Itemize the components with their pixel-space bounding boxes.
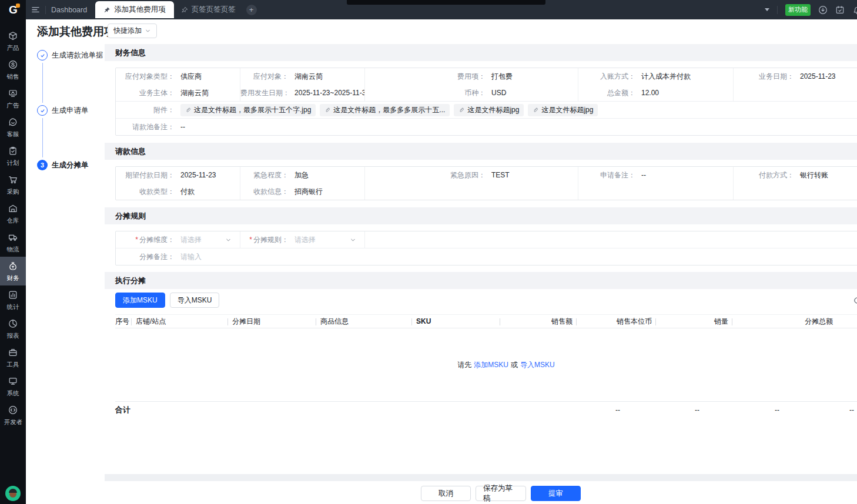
step-connector [42, 118, 43, 157]
add-msku-link[interactable]: 添加MSKU [474, 360, 508, 370]
sidebar-item-ads[interactable]: 广告 [0, 84, 26, 113]
pushpin-outline-icon[interactable] [181, 6, 188, 14]
spacer [105, 200, 857, 207]
allocation-rule-select[interactable]: *分摊规则： 请选择 [240, 231, 365, 248]
moneybag-icon [8, 261, 18, 273]
field-receive-info: 收款信息：招商银行 [240, 183, 365, 200]
field-expected-pay-date: 期望付款日期：2025-11-23 [116, 167, 240, 183]
col-sales-amount: 销售额 [500, 315, 576, 328]
sidebar-item-sales[interactable]: 销售 [0, 55, 26, 84]
total-allocation: -- [779, 406, 854, 414]
tab-page-tag[interactable]: 页签页签页签 [174, 0, 243, 19]
sidebar-item-warehouse[interactable]: 仓库 [0, 199, 26, 228]
select-placeholder: 请选择 [294, 235, 316, 245]
content-column: 财务信息 应付对象类型：供应商 应付对象：湖南云简 费用项：打包费 入账方式：计… [105, 44, 857, 504]
sidebar-item-logistics[interactable]: 物流 [0, 228, 26, 257]
topbar-divider [777, 6, 778, 14]
field-pay-method: 付款方式：银行转账 [734, 167, 857, 183]
section-header-finance: 财务信息 [105, 44, 857, 61]
table-empty-state: 请先 添加MSKU 或 导入MSKU [115, 328, 857, 401]
download-circle-icon[interactable] [818, 5, 828, 15]
empty-cell [734, 183, 857, 200]
chevron-down-icon [145, 28, 151, 34]
sidebar-item-system[interactable]: 系统 [0, 372, 26, 401]
import-msku-link[interactable]: 导入MSKU [520, 360, 555, 370]
calendar-check-icon[interactable] [835, 5, 845, 15]
add-msku-button[interactable]: 添加MSKU [115, 293, 165, 308]
select-placeholder: 请选择 [180, 235, 202, 245]
total-sales-qty: -- [699, 406, 779, 414]
pushpin-filled-icon[interactable] [103, 6, 111, 14]
briefcase-icon [8, 348, 18, 359]
sidebar-item-tools[interactable]: 工具 [0, 343, 26, 372]
pie-icon [8, 319, 18, 331]
col-allocation-date: 分摊日期 [227, 315, 316, 328]
empty-cell [365, 231, 857, 248]
total-sales-amount: -- [504, 406, 620, 414]
col-shop-site: 店铺/站点 [131, 315, 227, 328]
empty-cell [578, 183, 734, 200]
total-label: 合计 [115, 405, 504, 415]
attachment-chip[interactable]: 这是文件标题jpg [528, 104, 598, 116]
content-bottom-strip [105, 474, 857, 481]
add-tab-button[interactable]: + [246, 5, 257, 15]
sidebar-item-stats[interactable]: 统计 [0, 285, 26, 314]
caret-down-icon[interactable] [765, 8, 769, 11]
truck-icon [8, 233, 18, 244]
spacer [105, 136, 857, 143]
sidebar-item-plan[interactable]: 计划 [0, 142, 26, 170]
field-entry-method: 入账方式：计入成本并付款 [578, 68, 734, 85]
step-create-application: 生成申请单 [37, 105, 89, 116]
allocation-remark-input[interactable]: 请输入 [180, 252, 202, 262]
allocation-dimension-select[interactable]: *分摊维度： 请选择 [116, 231, 240, 248]
bell-icon[interactable] [852, 5, 857, 15]
sidebar-item-reports[interactable]: 报表 [0, 314, 26, 343]
sidebar-item-products[interactable]: 产品 [0, 26, 26, 55]
cancel-button[interactable]: 取消 [421, 486, 471, 501]
sales-icon [8, 60, 18, 72]
finance-field-grid: 应付对象类型：供应商 应付对象：湖南云简 费用项：打包费 入账方式：计入成本并付… [116, 68, 857, 101]
chevron-down-icon [225, 237, 232, 243]
attachment-chip[interactable]: 这是文件标题jpg [454, 104, 524, 116]
step-connector [42, 63, 43, 103]
refresh-icon[interactable] [853, 296, 857, 305]
sidebar-item-service[interactable]: 客服 [0, 113, 26, 142]
page-title: 添加其他费用项 [37, 24, 115, 39]
new-feature-badge[interactable]: 新功能 [785, 4, 811, 16]
collapse-icon[interactable] [31, 5, 40, 14]
col-product-info: 商品信息 [316, 315, 411, 328]
sidebar-item-purchase[interactable]: 采购 [0, 170, 26, 199]
finance-box: 应付对象类型：供应商 应付对象：湖南云简 费用项：打包费 入账方式：计入成本并付… [115, 68, 857, 136]
paperclip-icon [458, 107, 465, 113]
stats-icon [8, 290, 18, 302]
section-header-request: 请款信息 [105, 143, 857, 160]
tab-add-expense[interactable]: 添加其他费用项 [95, 1, 174, 18]
step-done-icon [37, 105, 48, 116]
sidebar-nav: 产品 销售 广告 客服 计划 采购 [0, 19, 26, 429]
attachment-chip[interactable]: 这是文件标题，最多展示十五个字.jpg [180, 104, 316, 116]
import-msku-button[interactable]: 导入MSKU [170, 293, 220, 308]
quick-add-button[interactable]: 快捷添加 [108, 23, 157, 38]
sidebar: G 产品 销售 广告 客服 计划 [0, 0, 26, 504]
save-draft-button[interactable]: 保存为草稿 [476, 486, 526, 501]
user-avatar[interactable] [5, 486, 21, 501]
total-sales-base-currency: -- [620, 406, 699, 414]
ad-icon [8, 89, 18, 100]
field-payee-type: 应付对象类型：供应商 [116, 68, 240, 85]
attachments-row: 附件： 这是文件标题，最多展示十五个字.jpg 这是文件标题，最多多多展示十五.… [116, 101, 857, 118]
tab-dashboard[interactable]: Dashboard [51, 6, 87, 14]
topbar-right: 新功能 [765, 0, 857, 19]
sidebar-item-developer[interactable]: 开发者 [0, 401, 26, 429]
field-urgent-reason: 紧急原因：TEST [365, 167, 578, 183]
empty-cell [734, 85, 857, 101]
field-apply-remark: 申请备注：-- [578, 167, 734, 183]
attachment-chip[interactable]: 这是文件标题，最多多多展示十五... [320, 104, 450, 116]
field-business-date: 业务日期：2025-11-23 [734, 68, 857, 85]
field-payee: 应付对象：湖南云简 [240, 68, 365, 85]
paperclip-icon [324, 107, 331, 113]
clipboard-icon [8, 146, 18, 158]
submit-button[interactable]: 提审 [531, 486, 581, 501]
sidebar-item-finance[interactable]: 财务 [0, 257, 26, 285]
app-logo[interactable]: G [0, 0, 26, 19]
avatar-hair [9, 489, 17, 493]
